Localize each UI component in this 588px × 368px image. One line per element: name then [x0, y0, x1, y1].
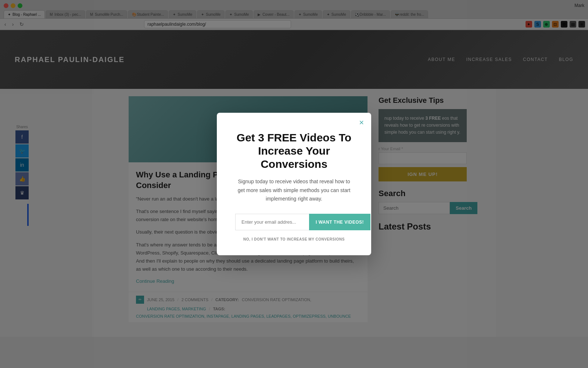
modal-overlay[interactable]: × Get 3 FREE Videos To Increase Your Con… [0, 0, 588, 368]
modal-form: I WANT THE VIDEOS! [235, 214, 353, 230]
modal-decline-button[interactable]: NO, I DON'T WANT TO INCREASE MY CONVERSI… [243, 237, 345, 241]
modal-dialog: × Get 3 FREE Videos To Increase Your Con… [217, 113, 371, 255]
modal-close-button[interactable]: × [359, 119, 364, 127]
modal-title: Get 3 FREE Videos To Increase Your Conve… [235, 131, 353, 171]
modal-submit-button[interactable]: I WANT THE VIDEOS! [309, 214, 370, 230]
modal-description: Signup today to receive videos that reve… [235, 177, 353, 203]
modal-email-input[interactable] [235, 214, 309, 230]
